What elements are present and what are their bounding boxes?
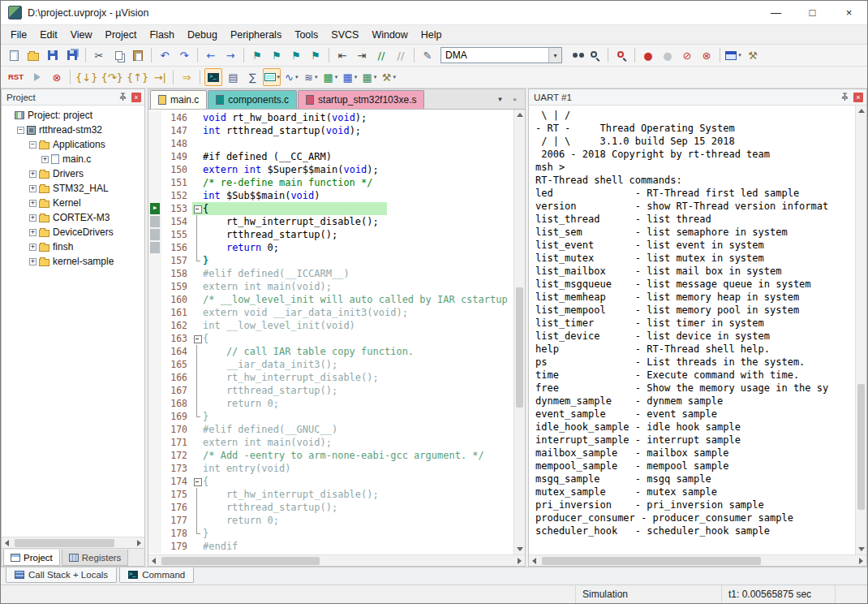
bookmark-toggle-icon[interactable]: ⚑ — [248, 46, 266, 64]
gutter[interactable] — [148, 241, 161, 254]
gutter[interactable] — [148, 384, 161, 397]
code-line[interactable]: 149#if defined (__CC_ARM) — [148, 150, 513, 163]
menu-project[interactable]: Project — [99, 27, 144, 43]
scroll-thumb[interactable] — [15, 539, 114, 547]
gutter[interactable] — [148, 514, 161, 527]
code-line[interactable]: 177 return 0; — [148, 514, 513, 527]
cut-icon[interactable]: ✂ — [90, 46, 108, 64]
step-over-icon[interactable]: {↷} — [100, 68, 123, 86]
code-line[interactable]: 147int rtthread_startup(void); — [148, 124, 513, 137]
maximize-button[interactable]: □ — [794, 1, 831, 24]
close-button[interactable]: × — [831, 1, 867, 24]
symbol-window-icon[interactable]: ∑ — [243, 68, 261, 86]
scroll-down-icon[interactable] — [517, 547, 523, 551]
trace-window-icon[interactable]: ≋▾ — [302, 68, 320, 86]
gutter[interactable] — [148, 540, 161, 553]
scroll-thumb[interactable] — [516, 287, 523, 408]
tree-item-rtthread-stm32[interactable]: −rtthread-stm32 — [2, 123, 144, 137]
gutter[interactable] — [148, 137, 161, 150]
gutter[interactable] — [148, 228, 161, 241]
code-line[interactable]: 155 rtthread_startup(); — [148, 228, 513, 241]
code-line[interactable]: 148 — [148, 137, 513, 150]
gutter[interactable] — [148, 475, 161, 488]
code-line[interactable]: 163{ — [148, 332, 513, 345]
tree-expander[interactable]: + — [29, 185, 37, 192]
code-line[interactable]: 174{ — [148, 475, 513, 488]
scroll-up-icon[interactable] — [517, 113, 523, 117]
minimize-button[interactable]: — — [758, 1, 794, 24]
scroll-thumb[interactable] — [857, 384, 865, 510]
uart-hscrollbar[interactable] — [529, 554, 866, 566]
find-icon[interactable] — [612, 46, 630, 64]
tree-expander[interactable]: + — [29, 258, 37, 265]
menu-file[interactable]: File — [4, 27, 33, 43]
open-file-icon[interactable] — [24, 46, 42, 64]
find-combo[interactable]: DMA▾ — [440, 47, 562, 63]
gutter[interactable] — [148, 189, 161, 202]
step-out-icon[interactable]: {↑} — [126, 68, 149, 86]
bookmark-prev-icon[interactable]: ⚑ — [268, 46, 286, 64]
serial-window-icon[interactable]: ▾ — [263, 68, 281, 86]
code-line[interactable]: 157} — [148, 254, 513, 267]
memory-window-icon[interactable]: ▦▾ — [341, 68, 359, 86]
tree-expander[interactable]: + — [29, 244, 37, 251]
redo-icon[interactable]: ↷ — [175, 46, 193, 64]
gutter[interactable] — [148, 215, 161, 228]
uncomment-icon[interactable]: // — [392, 46, 410, 64]
code-line[interactable]: 175 rt_hw_interrupt_disable(); — [148, 488, 513, 501]
code-line[interactable]: 158#elif defined(__ICCARM__) — [148, 267, 513, 280]
incremental-find-icon[interactable] — [586, 46, 604, 64]
tree-expander[interactable]: + — [41, 156, 49, 163]
window-layout-icon[interactable]: ▾ — [724, 46, 742, 64]
tree-item-finsh[interactable]: +finsh — [2, 239, 144, 254]
close-file-icon[interactable]: × — [509, 93, 521, 106]
editor-hscrollbar[interactable] — [148, 554, 525, 566]
tab-project[interactable]: Project — [3, 550, 60, 566]
code-line[interactable]: 151/* re-define main function */ — [148, 176, 513, 189]
code-line[interactable]: 152int $Sub$$main(void) — [148, 189, 513, 202]
gutter[interactable] — [148, 163, 161, 176]
scroll-thumb[interactable] — [542, 557, 761, 565]
gutter[interactable] — [148, 527, 161, 540]
step-into-icon[interactable]: {↓} — [75, 68, 98, 86]
uart-vscrollbar[interactable] — [855, 106, 866, 554]
gutter[interactable] — [148, 254, 161, 267]
command-window-icon[interactable] — [204, 68, 222, 86]
tree-item-devicedrivers[interactable]: +DeviceDrivers — [2, 225, 144, 239]
scroll-down-icon[interactable] — [858, 547, 865, 551]
tree-expander[interactable]: + — [29, 200, 37, 207]
menu-debug[interactable]: Debug — [181, 27, 224, 43]
find-text-icon[interactable]: ✎ — [419, 46, 436, 64]
comment-icon[interactable]: // — [372, 46, 390, 64]
editor-tab-components-c[interactable]: components.c — [208, 90, 297, 109]
gutter[interactable] — [148, 267, 161, 280]
watch-window-icon[interactable]: ▦▾ — [360, 68, 378, 86]
scroll-left-icon[interactable] — [152, 558, 156, 564]
navigate-back-icon[interactable]: ← — [202, 46, 220, 64]
tree-item-project-project[interactable]: Project: project — [2, 108, 144, 123]
menu-view[interactable]: View — [64, 27, 99, 43]
gutter[interactable] — [148, 488, 161, 501]
menu-help[interactable]: Help — [415, 27, 449, 43]
gutter[interactable]: ▶ — [148, 202, 161, 215]
gutter[interactable] — [148, 371, 161, 384]
gutter[interactable] — [148, 436, 161, 449]
tree-expander[interactable]: + — [29, 214, 37, 222]
gutter[interactable] — [148, 462, 161, 475]
code-line[interactable]: 178} — [148, 527, 513, 540]
code-line[interactable]: 176 rtthread_startup(); — [148, 501, 513, 514]
gutter[interactable] — [148, 332, 161, 345]
menu-svcs[interactable]: SVCS — [324, 27, 365, 43]
disable-breakpoint-icon[interactable]: ● — [659, 46, 677, 64]
gutter[interactable] — [148, 111, 161, 124]
save-all-icon[interactable] — [63, 46, 81, 64]
scroll-right-icon[interactable] — [137, 540, 141, 546]
gutter[interactable] — [148, 150, 161, 163]
fold-marker[interactable] — [192, 475, 203, 488]
editor-tab-main-c[interactable]: main.c — [150, 90, 207, 109]
save-icon[interactable] — [44, 46, 62, 64]
unindent-icon[interactable]: ⇤ — [333, 46, 351, 64]
navigate-forward-icon[interactable]: → — [221, 46, 239, 64]
code-line[interactable]: 146void rt_hw_board_init(void); — [148, 111, 513, 124]
editor-vscrollbar[interactable] — [513, 110, 525, 554]
